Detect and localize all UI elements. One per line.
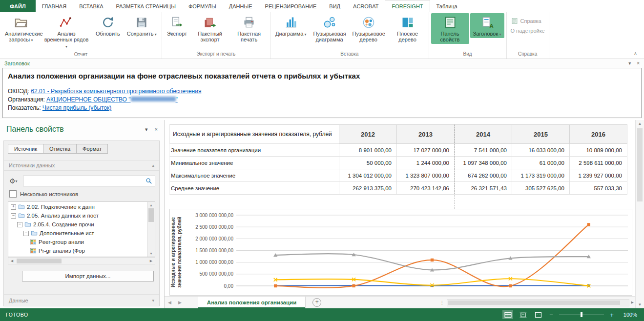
close-icon[interactable]: × [155, 126, 158, 133]
tree-item[interactable]: −2.05. Анализ данных и пост [9, 211, 147, 220]
normal-view-button[interactable] [502, 310, 513, 319]
properties-panel-toggle-button[interactable]: Панель свойств [431, 13, 469, 44]
table-value-cell[interactable]: 7 541 000,00 [455, 144, 512, 157]
scrollbar-thumb[interactable] [637, 128, 643, 201]
table-value-cell[interactable]: 1 239 927 000,00 [570, 169, 627, 182]
properties-tab-0[interactable]: Источник [8, 144, 43, 154]
batch-print-button[interactable]: Пакетная печать [230, 13, 268, 44]
refresh-button[interactable]: Обновить [93, 13, 123, 38]
table-row-label[interactable]: Максимальное значение [169, 169, 339, 182]
chevron-down-icon[interactable]: ▾ [145, 126, 148, 133]
table-value-cell[interactable]: 305 527 625,00 [512, 182, 570, 195]
table-value-cell[interactable]: 1 323 807 000,00 [397, 169, 455, 182]
collapse-icon[interactable]: − [11, 213, 16, 219]
data-section-header[interactable]: Данные ▾ [4, 294, 159, 306]
properties-tab-1[interactable]: Отметка [43, 144, 77, 154]
next-sheet-icon[interactable]: ▶ [175, 300, 185, 305]
ribbon-tab-вставка[interactable]: ВСТАВКА [73, 0, 109, 12]
tree-item[interactable]: Peer-group анали [9, 238, 147, 246]
bubble-chart-button[interactable]: Пузырьковая диаграмма [311, 13, 349, 44]
tree-item[interactable]: Pr-gr анализ (Фор [9, 246, 147, 255]
add-sheet-button[interactable]: + [312, 298, 321, 307]
bubble-tree-button[interactable]: Пузырьковое дерево [350, 13, 388, 44]
ribbon-tab-acrobat[interactable]: ACROBAT [347, 0, 385, 12]
zoom-out-button[interactable]: − [548, 311, 555, 319]
ribbon-tab-foresight[interactable]: FORESIGHT [385, 0, 430, 12]
table-value-cell[interactable]: 1 304 012 000,00 [339, 169, 397, 182]
tree-item[interactable]: +2.02. Подключение к данн [9, 202, 147, 211]
scroll-up-icon[interactable]: ▲ [638, 120, 642, 127]
chevron-down-icon[interactable]: ▾ [628, 60, 631, 66]
table-value-cell[interactable]: 1 173 319 000,00 [512, 169, 570, 182]
properties-tab-2[interactable]: Формат [76, 144, 108, 154]
chart-button[interactable]: Диаграмма ▾ [272, 13, 309, 38]
collapse-ribbon-button[interactable]: ∧ [634, 51, 637, 56]
table-year-header[interactable]: 2012 [339, 124, 397, 144]
vertical-scrollbar[interactable]: ▲ ▼ [635, 120, 644, 308]
export-button[interactable]: Экспорт [164, 13, 190, 38]
ribbon-tab-вид[interactable]: ВИД [323, 0, 347, 12]
table-value-cell[interactable]: 61 000,00 [512, 157, 570, 169]
table-value-cell[interactable]: 16 033 000,00 [512, 144, 570, 157]
zoom-slider-thumb[interactable] [581, 312, 582, 317]
collapse-icon[interactable]: − [17, 222, 22, 227]
table-value-cell[interactable]: 2 598 611 000,00 [570, 157, 627, 169]
sheet-tab[interactable]: Анализ положения организации [198, 297, 306, 308]
table-corner-cell[interactable]: Исходные и агрегированные значения показ… [169, 124, 339, 144]
scroll-down-icon[interactable]: ▼ [638, 301, 642, 308]
ribbon-tab-данные[interactable]: ДАННЫЕ [223, 0, 259, 12]
page-layout-view-button[interactable] [518, 310, 528, 319]
tree-item[interactable]: −Дополнительные ист [9, 229, 147, 238]
table-value-cell[interactable]: 10 889 000,00 [570, 144, 627, 157]
indicator-link[interactable]: Чистая прибыль (убыток) [42, 104, 111, 111]
okved-link[interactable]: 62.01 - Разработка компьютерного програм… [31, 88, 201, 95]
scroll-right-icon[interactable]: ▶ [147, 259, 155, 263]
table-value-cell[interactable]: 674 262 000,00 [455, 169, 512, 182]
horizontal-scrollbar[interactable] [447, 299, 629, 306]
ribbon-tab-разметка-страницы[interactable]: РАЗМЕТКА СТРАНИЦЫ [109, 0, 182, 12]
collapse-icon[interactable]: − [23, 231, 29, 236]
import-data-button[interactable]: Импорт данных... [22, 271, 154, 281]
ribbon-tab-формулы[interactable]: ФОРМУЛЫ [182, 0, 223, 12]
table-year-header[interactable]: 2014 [455, 124, 512, 144]
table-row-label[interactable]: Среднее значение [169, 182, 339, 195]
table-value-cell[interactable]: 1 097 348 000,00 [455, 157, 512, 169]
previous-sheet-icon[interactable]: ◀ [165, 300, 175, 305]
tab-bar-splitter[interactable]: ⋮ [438, 300, 447, 305]
ribbon-tab-файл[interactable]: ФАЙЛ [0, 0, 36, 12]
tree-vertical-scrollbar[interactable]: ▲ ▼ [147, 202, 155, 257]
table-year-header[interactable]: 2015 [512, 124, 570, 144]
table-value-cell[interactable]: 270 423 142,86 [397, 182, 455, 195]
save-button[interactable]: Сохранить ▾ [124, 13, 160, 38]
zoom-level[interactable]: 100% [620, 312, 637, 318]
batch-export-button[interactable]: Пакетный экспорт [191, 13, 229, 44]
organization-link[interactable]: АКЦИОНЕРНОЕ ОБЩЕСТВО "" [46, 96, 178, 103]
ribbon-tab-таблица[interactable]: Таблица [430, 0, 464, 12]
help-button[interactable]: Справка [508, 16, 544, 26]
line-chart-object[interactable]: Исходные и агрегированные значения показ… [169, 209, 632, 296]
multi-source-checkbox[interactable] [9, 190, 17, 198]
table-value-cell[interactable]: 1 244 000,00 [397, 157, 455, 169]
tree-horizontal-scrollbar[interactable]: ◀ ▶ [8, 257, 155, 264]
table-value-cell[interactable]: 262 913 375,00 [339, 182, 397, 195]
tree-item[interactable]: −2.05.4. Создание прочи [9, 220, 147, 229]
table-row-label[interactable]: Минимальное значение [169, 157, 339, 169]
zoom-slider[interactable] [559, 311, 604, 318]
table-row-label[interactable]: Значение показателя организации [169, 144, 339, 157]
table-year-header[interactable]: 2016 [570, 124, 627, 144]
table-value-cell[interactable]: 17 027 000,00 [397, 144, 455, 157]
search-box[interactable] [23, 176, 155, 186]
ribbon-tab-рецензирование[interactable]: РЕЦЕНЗИРОВАНИЕ [259, 0, 323, 12]
table-value-cell[interactable]: 557 033,30 [570, 182, 627, 195]
page-break-view-button[interactable] [533, 310, 543, 319]
table-year-header[interactable]: 2013 [397, 124, 455, 144]
table-value-cell[interactable]: 50 000,00 [339, 157, 397, 169]
data-sources-section-header[interactable]: Источники данных ▴ [4, 160, 159, 171]
zoom-in-button[interactable]: + [608, 311, 615, 319]
table-value-cell[interactable]: 8 901 000,00 [339, 144, 397, 157]
close-icon[interactable]: × [637, 60, 640, 66]
scroll-left-icon[interactable]: ◀ [8, 259, 16, 263]
expand-icon[interactable]: + [11, 204, 16, 210]
table-value-cell[interactable]: 26 321 571,43 [455, 182, 512, 195]
scrollbar-thumb[interactable] [448, 301, 620, 305]
